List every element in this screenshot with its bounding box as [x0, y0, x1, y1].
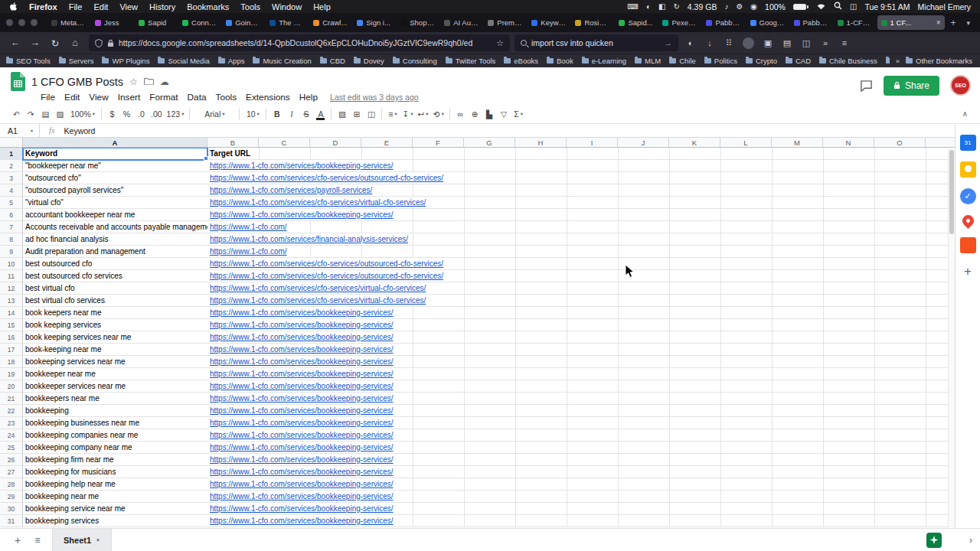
bookmark-politics[interactable]: Politics: [704, 57, 737, 65]
browser-tab-3[interactable]: Sapid: [135, 15, 177, 30]
cell-B3[interactable]: https://www.1-cfo.com/services/cfo-servi…: [207, 172, 955, 184]
cell-B8[interactable]: https://www.1-cfo.com/services/financial…: [207, 233, 955, 245]
battery-percent[interactable]: 100%: [765, 2, 786, 11]
add-sheet-button[interactable]: +: [8, 534, 28, 546]
apps-grid-icon[interactable]: ⠿: [720, 38, 737, 48]
cell-A16[interactable]: book keeping services near me: [23, 331, 207, 343]
row-header-26[interactable]: 26: [0, 454, 23, 465]
row-header-24[interactable]: 24: [0, 429, 23, 441]
cell-B31[interactable]: https://www.1-cfo.com/services/bookkeepi…: [207, 515, 955, 527]
cell-B27[interactable]: https://www.1-cfo.com/services/bookkeepi…: [207, 466, 955, 478]
menu-item-view[interactable]: View: [119, 2, 138, 11]
browser-tab-6[interactable]: The Ca...: [266, 15, 308, 30]
browser-tab-20[interactable]: 1 CF...×: [877, 15, 945, 30]
downloads-icon[interactable]: ↓: [701, 38, 718, 47]
link-text[interactable]: https://www.1-cfo.com/services/cfo-servi…: [207, 172, 446, 184]
tracking-shield-icon[interactable]: [95, 39, 103, 47]
formula-input[interactable]: Keyword: [64, 126, 96, 135]
window-zoom-button[interactable]: [31, 19, 38, 26]
list-all-tabs-button[interactable]: ▾: [961, 19, 975, 27]
link-text[interactable]: https://www.1-cfo.com/: [207, 221, 289, 233]
text-rotation-button[interactable]: ⟲▾: [431, 106, 446, 121]
menu-item-firefox[interactable]: Firefox: [29, 2, 57, 11]
sheet-tab-menu-caret[interactable]: ▼: [96, 538, 100, 543]
cell-B29[interactable]: https://www.1-cfo.com/services/bookkeepi…: [207, 491, 955, 502]
link-text[interactable]: https://www.1-cfo.com/services/bookkeepi…: [207, 393, 396, 404]
battery-icon[interactable]: [793, 4, 808, 10]
cell-A25[interactable]: bookkeeping company near me: [23, 442, 207, 453]
row-header-18[interactable]: 18: [0, 356, 23, 367]
browser-tab-7[interactable]: Crawl...: [309, 15, 351, 30]
sheets-menu-help[interactable]: Help: [295, 91, 322, 103]
zoom-select[interactable]: 100%▾: [67, 106, 98, 121]
refresh-button[interactable]: ↻: [46, 37, 64, 49]
column-header-B[interactable]: B: [207, 138, 259, 147]
row-header-9[interactable]: 9: [0, 246, 23, 257]
browser-tab-10[interactable]: AI Auth...: [440, 15, 482, 30]
cell-A27[interactable]: bookkeeping for musicians: [23, 466, 207, 478]
format-currency-button[interactable]: $: [105, 106, 119, 121]
row-header-19[interactable]: 19: [0, 368, 23, 380]
maps-icon[interactable]: [962, 215, 974, 227]
column-header-L[interactable]: L: [720, 138, 772, 147]
account-icon[interactable]: [743, 37, 754, 49]
cell-B11[interactable]: https://www.1-cfo.com/services/cfo-servi…: [207, 270, 955, 282]
window-minimize-button[interactable]: [18, 19, 25, 26]
browser-tab-18[interactable]: Pabbly...: [790, 15, 832, 30]
link-text[interactable]: https://www.1-cfo.com/services/financial…: [207, 233, 410, 245]
sheets-menu-insert[interactable]: Insert: [113, 91, 145, 103]
lock-icon[interactable]: [107, 39, 114, 47]
sheets-logo[interactable]: [11, 72, 25, 91]
get-addons-button[interactable]: +: [964, 264, 972, 279]
row-header-16[interactable]: 16: [0, 331, 23, 343]
column-header-E[interactable]: E: [361, 138, 413, 147]
bookmark-servers[interactable]: Servers: [59, 57, 94, 65]
collapse-toolbar-button[interactable]: ∧: [962, 109, 968, 118]
row-header-31[interactable]: 31: [0, 515, 23, 527]
hamburger-menu[interactable]: ≡: [836, 38, 853, 47]
browser-tab-14[interactable]: Sapid...: [615, 15, 657, 30]
cell-B22[interactable]: https://www.1-cfo.com/services/bookkeepi…: [207, 405, 955, 416]
bookmark-cbd[interactable]: CBD: [320, 57, 345, 65]
fill-color-button[interactable]: ▧: [335, 106, 349, 121]
cell-B4[interactable]: https://www.1-cfo.com/services/payroll-s…: [207, 184, 955, 196]
column-header-D[interactable]: D: [310, 138, 361, 147]
cell-B24[interactable]: https://www.1-cfo.com/services/bookkeepi…: [207, 429, 955, 441]
home-button[interactable]: ⌂: [66, 37, 84, 48]
bookmark-apps[interactable]: Apps: [218, 57, 245, 65]
vertical-scrollbar[interactable]: [948, 148, 955, 527]
cell-B1[interactable]: Target URL: [207, 148, 955, 159]
browser-tab-1[interactable]: Metatron P...: [47, 15, 90, 30]
browser-tab-19[interactable]: 1-CFO...: [834, 15, 876, 30]
forward-button[interactable]: →: [26, 37, 44, 48]
cell-B19[interactable]: https://www.1-cfo.com/services/bookkeepi…: [207, 368, 955, 380]
row-header-4[interactable]: 4: [0, 184, 23, 196]
music-menu-icon[interactable]: ♪: [724, 2, 728, 11]
search-bar[interactable]: import csv into quicken →: [514, 34, 678, 51]
browser-tab-9[interactable]: Shopif...: [397, 15, 439, 30]
font-select[interactable]: Arial▾: [193, 106, 236, 121]
cell-B17[interactable]: https://www.1-cfo.com/services/bookkeepi…: [207, 344, 955, 355]
cell-B28[interactable]: https://www.1-cfo.com/services/bookkeepi…: [207, 478, 955, 490]
cell-A26[interactable]: bookkeeping firm near me: [23, 454, 207, 465]
cell-A11[interactable]: best outsourced cfo services: [23, 270, 207, 282]
calendar-icon[interactable]: 31: [960, 135, 976, 151]
menu-item-tools[interactable]: Tools: [240, 2, 260, 11]
column-header-N[interactable]: N: [823, 138, 874, 147]
recording-menu-icon[interactable]: ◉: [750, 2, 757, 11]
row-header-11[interactable]: 11: [0, 270, 23, 282]
cell-B12[interactable]: https://www.1-cfo.com/services/cfo-servi…: [207, 282, 955, 294]
browser-tab-16[interactable]: Pabbly...: [702, 15, 744, 30]
link-text[interactable]: https://www.1-cfo.com/services/bookkeepi…: [207, 478, 396, 490]
link-text[interactable]: https://www.1-cfo.com/services/bookkeepi…: [207, 209, 396, 220]
row-header-21[interactable]: 21: [0, 393, 23, 404]
bookmark-star-icon[interactable]: ☆: [496, 38, 504, 48]
cell-A6[interactable]: accountant bookkeeper near me: [23, 209, 207, 220]
borders-button[interactable]: ⊞: [349, 106, 364, 121]
cell-A31[interactable]: bookkeeping services: [23, 515, 207, 527]
column-header-I[interactable]: I: [567, 138, 618, 147]
column-header-A[interactable]: A: [23, 138, 207, 147]
browser-tab-13[interactable]: Rosicrucia...: [571, 15, 613, 30]
browser-tab-17[interactable]: Googl...: [746, 15, 789, 30]
column-header-K[interactable]: K: [669, 138, 720, 147]
